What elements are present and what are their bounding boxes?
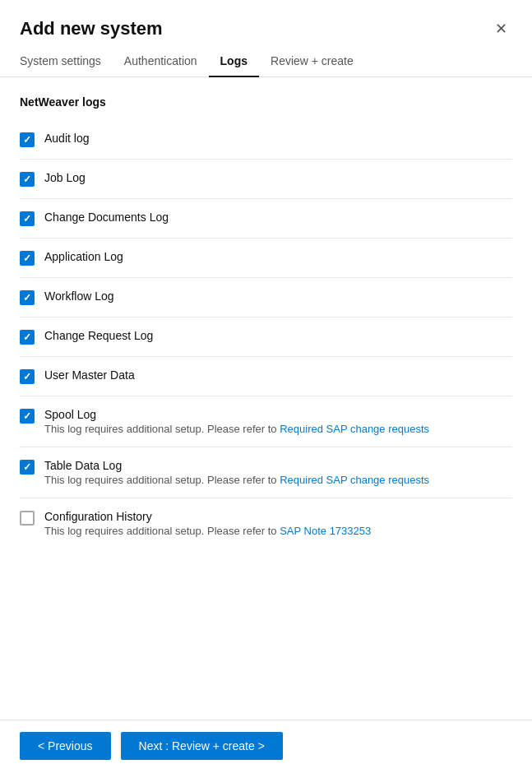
tab-review-create[interactable]: Review + create <box>259 48 365 77</box>
configuration-history-checkbox[interactable] <box>20 511 35 526</box>
application-log-checkbox[interactable]: ✓ <box>20 251 35 266</box>
list-item: ✓ Table Data Log This log requires addit… <box>20 447 512 498</box>
change-request-log-label: Change Request Log <box>44 329 153 342</box>
tab-system-settings[interactable]: System settings <box>20 48 113 77</box>
log-list: ✓ Audit log ✓ Job Log <box>20 120 512 549</box>
spool-log-sublabel: This log requires additional setup. Plea… <box>44 423 429 435</box>
dialog-footer: < Previous Next : Review + create > <box>0 720 532 778</box>
configuration-history-sublabel: This log requires additional setup. Plea… <box>44 525 371 537</box>
workflow-log-label: Workflow Log <box>44 289 114 303</box>
check-icon: ✓ <box>23 372 31 382</box>
configuration-history-link[interactable]: SAP Note 1733253 <box>280 525 371 537</box>
configuration-history-text: Configuration History This log requires … <box>44 510 371 537</box>
change-documents-log-checkbox-wrap: ✓ <box>20 211 35 226</box>
spool-log-checkbox-wrap: ✓ <box>20 409 35 424</box>
check-icon: ✓ <box>23 214 31 224</box>
job-log-checkbox-wrap: ✓ <box>20 172 35 187</box>
job-log-label: Job Log <box>44 171 86 184</box>
change-documents-log-text: Change Documents Log <box>44 211 169 224</box>
table-data-log-checkbox[interactable]: ✓ <box>20 460 35 475</box>
job-log-checkbox[interactable]: ✓ <box>20 172 35 187</box>
table-data-log-checkbox-wrap: ✓ <box>20 460 35 475</box>
previous-button[interactable]: < Previous <box>20 732 111 760</box>
workflow-log-checkbox[interactable]: ✓ <box>20 290 35 305</box>
spool-log-label: Spool Log <box>44 408 429 421</box>
user-master-data-checkbox[interactable]: ✓ <box>20 369 35 384</box>
audit-log-text: Audit log <box>44 132 89 145</box>
list-item: ✓ Job Log <box>20 160 512 199</box>
audit-log-checkbox-wrap: ✓ <box>20 132 35 147</box>
tab-logs[interactable]: Logs <box>209 48 259 77</box>
application-log-text: Application Log <box>44 250 123 263</box>
table-data-log-link[interactable]: Required SAP change requests <box>280 474 429 486</box>
table-data-log-sublabel: This log requires additional setup. Plea… <box>44 474 429 486</box>
check-icon: ✓ <box>23 332 31 342</box>
audit-log-label: Audit log <box>44 132 89 145</box>
list-item: ✓ Change Documents Log <box>20 199 512 238</box>
list-item: Configuration History This log requires … <box>20 498 512 549</box>
list-item: ✓ Change Request Log <box>20 317 512 357</box>
dialog-title: Add new system <box>20 18 163 39</box>
job-log-text: Job Log <box>44 171 86 184</box>
add-new-system-dialog: Add new system ✕ System settings Authent… <box>0 0 532 778</box>
list-item: ✓ Workflow Log <box>20 278 512 317</box>
next-button[interactable]: Next : Review + create > <box>121 732 283 760</box>
workflow-log-text: Workflow Log <box>44 289 114 303</box>
list-item: ✓ User Master Data <box>20 357 512 396</box>
configuration-history-checkbox-wrap <box>20 511 35 526</box>
audit-log-checkbox[interactable]: ✓ <box>20 132 35 147</box>
change-request-log-checkbox[interactable]: ✓ <box>20 330 35 345</box>
tabs-bar: System settings Authentication Logs Revi… <box>0 48 532 77</box>
check-icon: ✓ <box>23 135 31 145</box>
list-item: ✓ Spool Log This log requires additional… <box>20 396 512 447</box>
section-title: NetWeaver logs <box>20 95 512 109</box>
close-button[interactable]: ✕ <box>490 18 512 39</box>
user-master-data-checkbox-wrap: ✓ <box>20 369 35 384</box>
list-item: ✓ Audit log <box>20 120 512 160</box>
configuration-history-label: Configuration History <box>44 510 371 523</box>
change-documents-log-checkbox[interactable]: ✓ <box>20 211 35 226</box>
check-icon: ✓ <box>23 253 31 263</box>
tab-authentication[interactable]: Authentication <box>113 48 209 77</box>
user-master-data-label: User Master Data <box>44 368 135 382</box>
check-icon: ✓ <box>23 462 31 472</box>
check-icon: ✓ <box>23 411 31 421</box>
application-log-label: Application Log <box>44 250 123 263</box>
user-master-data-text: User Master Data <box>44 368 135 382</box>
change-request-log-text: Change Request Log <box>44 329 153 342</box>
list-item: ✓ Application Log <box>20 238 512 278</box>
table-data-log-label: Table Data Log <box>44 459 429 472</box>
check-icon: ✓ <box>23 174 31 184</box>
spool-log-checkbox[interactable]: ✓ <box>20 409 35 424</box>
content-area: NetWeaver logs ✓ Audit log ✓ <box>0 77 532 720</box>
workflow-log-checkbox-wrap: ✓ <box>20 290 35 305</box>
table-data-log-text: Table Data Log This log requires additio… <box>44 459 429 486</box>
check-icon: ✓ <box>23 293 31 303</box>
spool-log-link[interactable]: Required SAP change requests <box>280 423 429 435</box>
change-documents-log-label: Change Documents Log <box>44 211 169 224</box>
change-request-log-checkbox-wrap: ✓ <box>20 330 35 345</box>
dialog-header: Add new system ✕ <box>0 0 532 48</box>
spool-log-text: Spool Log This log requires additional s… <box>44 408 429 435</box>
application-log-checkbox-wrap: ✓ <box>20 251 35 266</box>
